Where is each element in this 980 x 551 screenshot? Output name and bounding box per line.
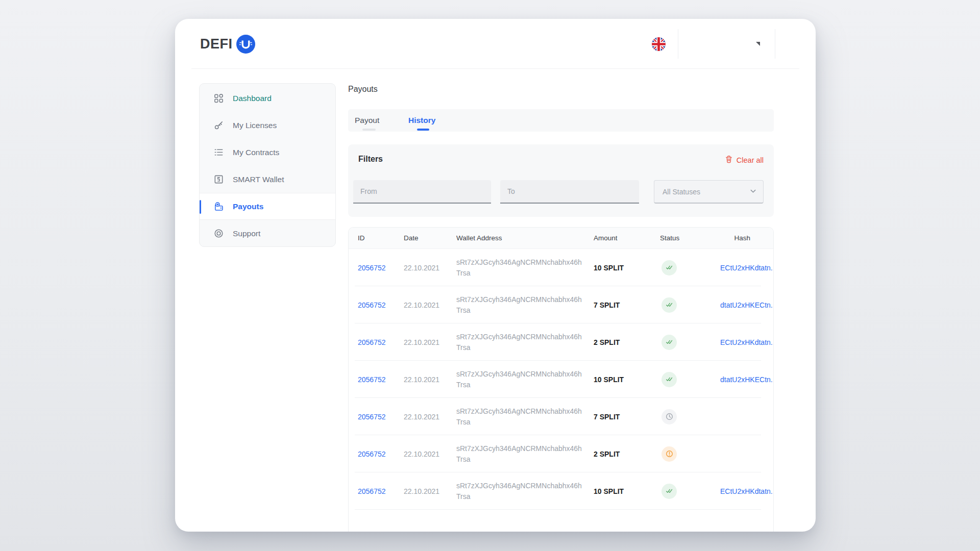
payout-date: 22.10.2021 [404,264,456,272]
payout-date: 22.10.2021 [404,301,456,309]
table-body: 2056752 22.10.2021 sRt7zXJGcyh346AgNCRMN… [349,249,773,510]
clear-all-button[interactable]: Clear all [725,155,764,165]
table-header-row: IDDateWallet AddressAmountStatusHash [349,228,773,249]
logo-coin-icon [236,35,255,54]
wallet-address: sRt7zXJGcyh346AgNCRMNchabhx46hTrsa [456,257,585,278]
payout-date: 22.10.2021 [404,375,456,384]
date-from-input[interactable] [353,180,491,204]
success-double-check-icon [662,484,677,499]
table-row: 2056752 22.10.2021 sRt7zXJGcyh346AgNCRMN… [349,249,773,286]
header-divider [678,29,678,59]
column-header-id: ID [358,234,404,242]
table-row: 2056752 22.10.2021 sRt7zXJGcyh346AgNCRMN… [349,286,773,323]
payout-amount: 2 SPLIT [594,338,660,346]
sidebar-item-my-licenses[interactable]: My Licenses [200,112,335,139]
payout-id-link[interactable]: 2056752 [358,413,404,421]
payout-date: 22.10.2021 [404,450,456,458]
filters-panel: Filters Clear all All Statuses [348,144,774,217]
success-double-check-icon [662,372,677,387]
payout-amount: 10 SPLIT [594,487,660,495]
tx-hash-link[interactable]: dtatU2xHKECtn... [720,301,774,309]
payout-amount: 7 SPLIT [594,301,660,309]
page-title: Payouts [348,85,378,94]
success-double-check-icon [662,297,677,313]
success-double-check-icon [662,335,677,350]
dashboard-icon [213,93,224,104]
table-row: 2056752 22.10.2021 sRt7zXJGcyh346AgNCRMN… [349,472,773,510]
payout-amount: 7 SPLIT [594,413,660,421]
tx-hash-link[interactable]: ECtU2xHKdtatn... [720,264,774,272]
top-header: DEFI [175,19,816,69]
payout-id-link[interactable]: 2056752 [358,450,404,458]
column-header-date: Date [404,234,456,242]
payout-id-link[interactable]: 2056752 [358,338,404,346]
key-icon [213,120,224,131]
wallet-address: sRt7zXJGcyh346AgNCRMNchabhx46hTrsa [456,443,585,464]
warning-alert-icon [662,446,677,462]
sidebar-item-dashboard[interactable]: Dashboard [200,85,335,112]
dropdown-caret-icon[interactable] [756,42,760,46]
payout-id-link[interactable]: 2056752 [358,301,404,309]
payout-date: 22.10.2021 [404,487,456,495]
brand-name: DEFI [200,36,233,52]
table-row: 2056752 22.10.2021 sRt7zXJGcyh346AgNCRMN… [349,323,773,361]
payout-wallet-icon [213,201,224,212]
wallet-address: sRt7zXJGcyh346AgNCRMNchabhx46hTrsa [456,294,585,315]
wallet-address: sRt7zXJGcyh346AgNCRMNchabhx46hTrsa [456,369,585,390]
column-header-wallet-address: Wallet Address [456,234,594,242]
header-divider [775,29,775,59]
payout-amount: 10 SPLIT [594,375,660,384]
header-border [191,68,799,69]
tab-history[interactable]: History [408,109,435,132]
tx-hash-link[interactable]: ECtU2xHKdtatn... [720,338,774,346]
trash-icon [725,155,733,165]
sidebar-item-support[interactable]: Support [200,220,335,247]
contract-list-icon [213,147,224,158]
tab-underline [417,129,429,131]
payout-date: 22.10.2021 [404,413,456,421]
sidebar-nav: Dashboard My Licenses My Contracts SMART… [199,83,336,247]
brand-logo[interactable]: DEFI [200,19,255,69]
payout-amount: 2 SPLIT [594,450,660,458]
tab-bar: Payout History [348,109,774,132]
column-header-hash: Hash [720,234,773,242]
filters-title: Filters [358,155,383,164]
table-row: 2056752 22.10.2021 sRt7zXJGcyh346AgNCRMN… [349,361,773,398]
table-row: 2056752 22.10.2021 sRt7zXJGcyh346AgNCRMN… [349,398,773,435]
success-double-check-icon [662,260,677,276]
app-window: DEFI Dashboard My [175,19,816,532]
uk-flag-icon[interactable] [652,37,666,51]
date-to-input[interactable] [500,180,639,204]
wallet-address: sRt7zXJGcyh346AgNCRMNchabhx46hTrsa [456,406,585,427]
wallet-address: sRt7zXJGcyh346AgNCRMNchabhx46hTrsa [456,332,585,353]
tx-hash-link[interactable]: ECtU2xHKdtatn... [720,487,774,495]
payout-history-table: IDDateWallet AddressAmountStatusHash 205… [348,227,774,532]
chevron-down-icon [750,188,756,196]
status-select[interactable]: All Statuses [654,180,764,204]
sidebar-item-payouts[interactable]: Payouts [200,193,335,220]
payout-amount: 10 SPLIT [594,264,660,272]
sidebar-item-my-contracts[interactable]: My Contracts [200,139,335,166]
payout-id-link[interactable]: 2056752 [358,375,404,384]
column-header-status: Status [660,234,720,242]
tx-hash-link[interactable]: dtatU2xHKECtn... [720,375,774,384]
payout-id-link[interactable]: 2056752 [358,487,404,495]
payout-id-link[interactable]: 2056752 [358,264,404,272]
smart-wallet-icon [213,174,224,185]
support-icon [213,228,224,239]
pending-clock-icon [662,409,677,424]
table-row: 2056752 22.10.2021 sRt7zXJGcyh346AgNCRMN… [349,435,773,472]
tab-underline [362,129,376,131]
payout-date: 22.10.2021 [404,338,456,346]
wallet-address: sRt7zXJGcyh346AgNCRMNchabhx46hTrsa [456,481,585,502]
sidebar-item-smart-wallet[interactable]: SMART Wallet [200,166,335,193]
column-header-amount: Amount [594,234,660,242]
tab-payout[interactable]: Payout [355,109,379,132]
